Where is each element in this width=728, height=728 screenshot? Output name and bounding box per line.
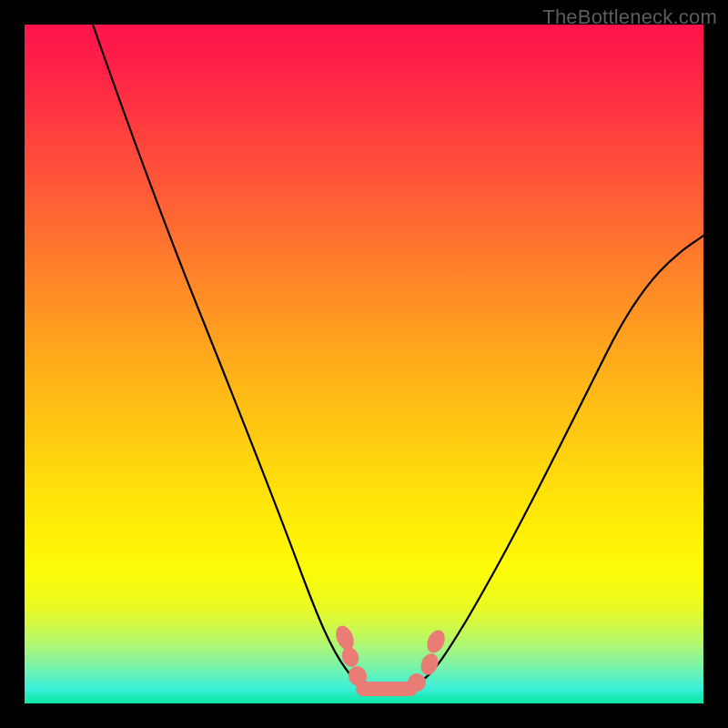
marker-bottom-capsule <box>356 682 418 696</box>
marker-right-mid <box>418 652 441 678</box>
watermark-text: TheBottleneck.com <box>542 5 717 29</box>
curve-svg <box>25 25 703 703</box>
bottleneck-curve <box>93 25 703 691</box>
plot-area <box>25 25 703 703</box>
marker-right-upper <box>423 627 448 655</box>
chart-frame: TheBottleneck.com <box>0 0 728 728</box>
marker-left-upper <box>332 623 357 653</box>
